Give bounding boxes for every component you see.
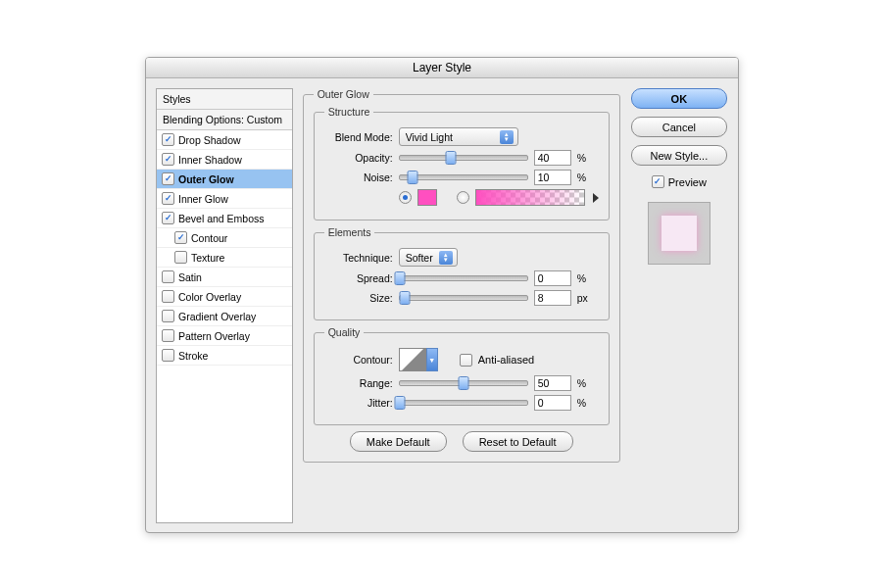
opacity-field[interactable]: 40 — [534, 150, 571, 166]
dropdown-arrow-icon: ▲▼ — [500, 130, 514, 144]
technique-dropdown[interactable]: Softer ▲▼ — [399, 248, 458, 267]
checkbox-icon[interactable] — [162, 329, 174, 342]
opacity-label: Opacity: — [324, 152, 393, 164]
checkbox-icon[interactable] — [162, 349, 174, 362]
slider-thumb-icon[interactable] — [399, 291, 410, 305]
size-field[interactable]: 8 — [534, 290, 571, 306]
checkbox-icon[interactable] — [162, 172, 174, 185]
sidebar-heading-blending[interactable]: Blending Options: Custom — [157, 110, 292, 130]
right-column: OK Cancel New Style... Preview — [630, 88, 728, 523]
checkbox-icon[interactable] — [162, 290, 174, 303]
range-slider[interactable] — [399, 380, 528, 386]
checkbox-icon[interactable] — [162, 310, 174, 322]
ok-button[interactable]: OK — [631, 88, 727, 109]
reset-default-button[interactable]: Reset to Default — [463, 431, 573, 452]
percent-unit: % — [577, 397, 586, 409]
sidebar-item-bevel-emboss[interactable]: Bevel and Emboss — [157, 209, 292, 228]
quality-group: Quality Contour: ▼ Anti-aliased Range: — [314, 326, 610, 425]
preview-checkbox[interactable] — [652, 175, 664, 188]
slider-thumb-icon[interactable] — [445, 151, 456, 165]
contour-swatch[interactable] — [399, 348, 426, 371]
preview-thumbnail — [648, 202, 710, 265]
dialog-content: Styles Blending Options: Custom Drop Sha… — [146, 78, 738, 533]
structure-legend: Structure — [324, 106, 374, 118]
noise-label: Noise: — [324, 172, 393, 183]
gradient-color-radio[interactable] — [457, 191, 469, 204]
sidebar-item-inner-shadow[interactable]: Inner Shadow — [157, 150, 292, 170]
sidebar-item-stroke[interactable]: Stroke — [157, 346, 292, 366]
noise-field[interactable]: 10 — [534, 170, 571, 185]
main-panel: Outer Glow Structure Blend Mode: Vivid L… — [303, 88, 620, 523]
slider-thumb-icon[interactable] — [407, 171, 417, 184]
blend-mode-value: Vivid Light — [406, 131, 453, 143]
range-field[interactable]: 50 — [534, 375, 571, 391]
percent-unit: % — [577, 152, 586, 164]
dropdown-arrow-icon: ▲▼ — [439, 251, 453, 265]
jitter-field[interactable]: 0 — [534, 395, 571, 411]
checkbox-icon[interactable] — [174, 251, 187, 264]
sidebar-item-pattern-overlay[interactable]: Pattern Overlay — [157, 326, 292, 346]
spread-field[interactable]: 0 — [534, 270, 571, 286]
sidebar-item-outer-glow[interactable]: Outer Glow — [157, 170, 292, 189]
outer-glow-legend: Outer Glow — [314, 88, 373, 100]
layer-style-dialog: Layer Style Styles Blending Options: Cus… — [145, 57, 739, 533]
checkbox-icon[interactable] — [162, 153, 174, 166]
sidebar-heading-styles[interactable]: Styles — [157, 89, 292, 110]
sidebar-item-drop-shadow[interactable]: Drop Shadow — [157, 130, 292, 150]
spread-label: Spread: — [324, 272, 393, 284]
noise-slider[interactable] — [399, 174, 528, 180]
px-unit: px — [577, 292, 588, 304]
sidebar-item-inner-glow[interactable]: Inner Glow — [157, 189, 292, 209]
quality-legend: Quality — [324, 326, 365, 338]
checkbox-icon[interactable] — [174, 231, 187, 244]
slider-thumb-icon[interactable] — [458, 376, 468, 390]
size-label: Size: — [324, 292, 393, 304]
cancel-button[interactable]: Cancel — [631, 117, 727, 137]
new-style-button[interactable]: New Style... — [631, 145, 727, 166]
jitter-slider[interactable] — [399, 400, 528, 406]
elements-legend: Elements — [324, 226, 375, 238]
sidebar-item-label: Bevel and Emboss — [178, 213, 265, 224]
gradient-swatch[interactable] — [475, 189, 585, 206]
blend-mode-dropdown[interactable]: Vivid Light ▲▼ — [399, 127, 518, 146]
gradient-arrow-icon[interactable] — [593, 193, 599, 203]
contour-dropdown-icon[interactable]: ▼ — [426, 348, 438, 371]
opacity-slider[interactable] — [399, 155, 528, 161]
range-label: Range: — [324, 377, 393, 389]
percent-unit: % — [577, 377, 586, 389]
antialiased-checkbox[interactable] — [460, 354, 472, 367]
sidebar-item-texture[interactable]: Texture — [157, 248, 292, 268]
sidebar-item-label: Color Overlay — [178, 291, 241, 303]
sidebar-item-gradient-overlay[interactable]: Gradient Overlay — [157, 307, 292, 326]
percent-unit: % — [577, 272, 586, 284]
blend-mode-label: Blend Mode: — [324, 131, 393, 143]
preview-cube-icon — [662, 216, 697, 251]
sidebar-item-label: Pattern Overlay — [178, 330, 250, 342]
dialog-title: Layer Style — [146, 58, 738, 78]
sidebar-item-contour[interactable]: Contour — [157, 228, 292, 248]
styles-sidebar: Styles Blending Options: Custom Drop Sha… — [156, 88, 293, 523]
spread-slider[interactable] — [399, 275, 528, 281]
checkbox-icon[interactable] — [162, 133, 174, 146]
slider-thumb-icon[interactable] — [394, 271, 405, 285]
checkbox-icon[interactable] — [162, 212, 174, 224]
sidebar-item-label: Contour — [191, 232, 227, 244]
sidebar-item-label: Texture — [191, 252, 224, 264]
size-slider[interactable] — [399, 295, 528, 301]
jitter-label: Jitter: — [324, 397, 393, 409]
solid-color-radio[interactable] — [399, 191, 412, 204]
make-default-button[interactable]: Make Default — [350, 431, 447, 452]
slider-thumb-icon[interactable] — [394, 396, 405, 410]
sidebar-item-label: Drop Shadow — [178, 134, 241, 146]
sidebar-item-satin[interactable]: Satin — [157, 268, 292, 287]
sidebar-item-label: Outer Glow — [178, 173, 234, 185]
sidebar-item-color-overlay[interactable]: Color Overlay — [157, 287, 292, 307]
color-swatch[interactable] — [417, 189, 437, 206]
antialiased-label: Anti-aliased — [478, 354, 534, 366]
checkbox-icon[interactable] — [162, 192, 174, 205]
technique-value: Softer — [406, 252, 433, 264]
sidebar-item-label: Inner Glow — [178, 193, 228, 205]
checkbox-icon[interactable] — [162, 270, 174, 283]
preview-label: Preview — [668, 176, 707, 188]
structure-group: Structure Blend Mode: Vivid Light ▲▼ Opa… — [314, 106, 610, 220]
